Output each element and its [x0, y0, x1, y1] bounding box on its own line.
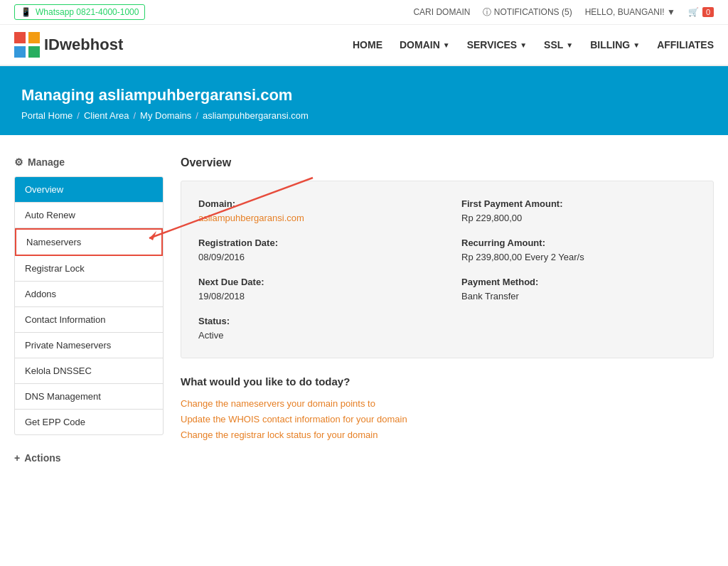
page-title: Managing asliampuhbergaransi.com	[21, 86, 707, 105]
sidebar-item-dnssec[interactable]: Kelola DNSSEC	[15, 358, 163, 384]
content-area: ⚙ Manage Overview Auto Renew Nameservers…	[0, 135, 728, 485]
nav-home[interactable]: HOME	[353, 39, 382, 50]
today-title: What would you like to do today?	[181, 375, 714, 388]
cart-icon: 🛒	[688, 7, 699, 17]
sidebar-item-contact-information[interactable]: Contact Information	[15, 307, 163, 333]
logo-svg	[14, 32, 40, 58]
domain-value[interactable]: asliampuhbergaransi.com	[198, 213, 304, 223]
nav-affiliates[interactable]: AFFILIATES	[657, 39, 714, 50]
domain-field: Domain: asliampuhbergaransi.com	[198, 198, 433, 223]
overview-grid: Domain: asliampuhbergaransi.com First Pa…	[198, 198, 696, 341]
svg-rect-2	[14, 46, 26, 58]
action-nameservers[interactable]: Change the nameservers your domain point…	[181, 398, 375, 409]
sidebar-item-overview[interactable]: Overview	[15, 177, 163, 203]
search-domain-link[interactable]: CARI DOMAIN	[413, 7, 470, 17]
logo[interactable]: IDwebhost	[14, 32, 123, 58]
breadcrumb-domain[interactable]: asliampuhbergaransi.com	[203, 110, 309, 121]
list-item: Change the registrar lock status for you…	[181, 429, 714, 440]
registration-date-label: Registration Date:	[198, 237, 433, 248]
sidebar-item-registrar-lock[interactable]: Registrar Lock	[15, 256, 163, 282]
recurring-amount-field: Recurring Amount: Rp 239,800,00 Every 2 …	[461, 237, 696, 262]
main-nav: IDwebhost HOME DOMAIN ▼ SERVICES ▼ SSL ▼…	[0, 25, 728, 66]
next-due-label: Next Due Date:	[198, 277, 433, 287]
sidebar-item-autorenew[interactable]: Auto Renew	[15, 203, 163, 228]
status-label: Status:	[198, 316, 433, 326]
topbar-right: CARI DOMAIN ⓘ NOTIFICATIONS (5) HELLO, B…	[413, 6, 714, 18]
recurring-amount-value: Rp 239,800,00 Every 2 Year/s	[461, 252, 584, 262]
breadcrumb-my-domains[interactable]: My Domains	[140, 110, 191, 121]
first-payment-value: Rp 229,800,00	[461, 213, 522, 223]
first-payment-field: First Payment Amount: Rp 229,800,00	[461, 198, 696, 223]
status-value: Active	[198, 330, 223, 341]
cart-icon-wrap[interactable]: 🛒 0	[688, 7, 714, 17]
nav-services[interactable]: SERVICES ▼	[467, 39, 527, 50]
sidebar-item-get-epp[interactable]: Get EPP Code	[15, 410, 163, 434]
overview-box: Domain: asliampuhbergaransi.com First Pa…	[181, 181, 714, 358]
logo-text: IDwebhost	[44, 36, 123, 54]
list-item: Change the nameservers your domain point…	[181, 397, 714, 409]
nav-domain[interactable]: DOMAIN ▼	[400, 39, 450, 50]
action-registrar-lock[interactable]: Change the registrar lock status for you…	[181, 429, 378, 440]
next-due-value: 19/08/2018	[198, 291, 245, 301]
payment-method-field: Payment Method: Bank Transfer	[461, 277, 696, 301]
nav-ssl[interactable]: SSL ▼	[544, 39, 573, 50]
svg-rect-1	[28, 32, 40, 43]
whatsapp-text: Whatsapp 0821-4000-1000	[36, 7, 139, 17]
action-whois[interactable]: Update the WHOIS contact information for…	[181, 414, 407, 424]
overview-title: Overview	[181, 156, 714, 169]
actions-section-title: + Actions	[14, 452, 164, 464]
payment-method-label: Payment Method:	[461, 277, 696, 287]
plus-icon: +	[14, 452, 20, 464]
hello-user[interactable]: HELLO, BUANGANI! ▼	[585, 7, 675, 17]
nav-billing[interactable]: BILLING ▼	[590, 39, 640, 50]
cart-count: 0	[702, 7, 714, 17]
status-field: Status: Active	[198, 316, 433, 341]
today-section: What would you like to do today? Change …	[181, 375, 714, 440]
breadcrumb-client-area[interactable]: Client Area	[84, 110, 129, 121]
notifications-link[interactable]: ⓘ NOTIFICATIONS (5)	[483, 6, 572, 18]
sidebar-item-dns-management[interactable]: DNS Management	[15, 384, 163, 410]
list-item: Update the WHOIS contact information for…	[181, 413, 714, 424]
sidebar: ⚙ Manage Overview Auto Renew Nameservers…	[14, 156, 164, 464]
recurring-amount-label: Recurring Amount:	[461, 237, 696, 248]
payment-method-value: Bank Transfer	[461, 291, 519, 301]
today-actions-list: Change the nameservers your domain point…	[181, 397, 714, 440]
next-due-field: Next Due Date: 19/08/2018	[198, 277, 433, 301]
first-payment-label: First Payment Amount:	[461, 198, 696, 209]
hero-banner: Managing asliampuhbergaransi.com Portal …	[0, 66, 728, 135]
registration-date-value: 08/09/2016	[198, 252, 245, 262]
nav-links: HOME DOMAIN ▼ SERVICES ▼ SSL ▼ BILLING ▼…	[353, 39, 714, 50]
gear-icon: ⚙	[14, 156, 23, 168]
breadcrumb-portal[interactable]: Portal Home	[21, 110, 73, 121]
svg-rect-3	[28, 46, 40, 58]
sidebar-item-private-nameservers[interactable]: Private Nameservers	[15, 333, 163, 358]
domain-label: Domain:	[198, 198, 433, 209]
sidebar-menu: Overview Auto Renew Nameservers Registra…	[14, 176, 164, 435]
svg-rect-0	[14, 32, 26, 43]
breadcrumb: Portal Home / Client Area / My Domains /…	[21, 110, 707, 121]
whatsapp-icon: 📱	[21, 7, 31, 17]
sidebar-item-addons[interactable]: Addons	[15, 282, 163, 307]
sidebar-item-nameservers[interactable]: Nameservers	[15, 228, 163, 256]
manage-section-title: ⚙ Manage	[14, 156, 164, 168]
topbar: 📱 Whatsapp 0821-4000-1000 CARI DOMAIN ⓘ …	[0, 0, 728, 25]
whatsapp-contact[interactable]: 📱 Whatsapp 0821-4000-1000	[14, 4, 145, 20]
main-panel: Overview Domain: asliampuhbergaransi.com…	[181, 156, 714, 464]
registration-date-field: Registration Date: 08/09/2016	[198, 237, 433, 262]
